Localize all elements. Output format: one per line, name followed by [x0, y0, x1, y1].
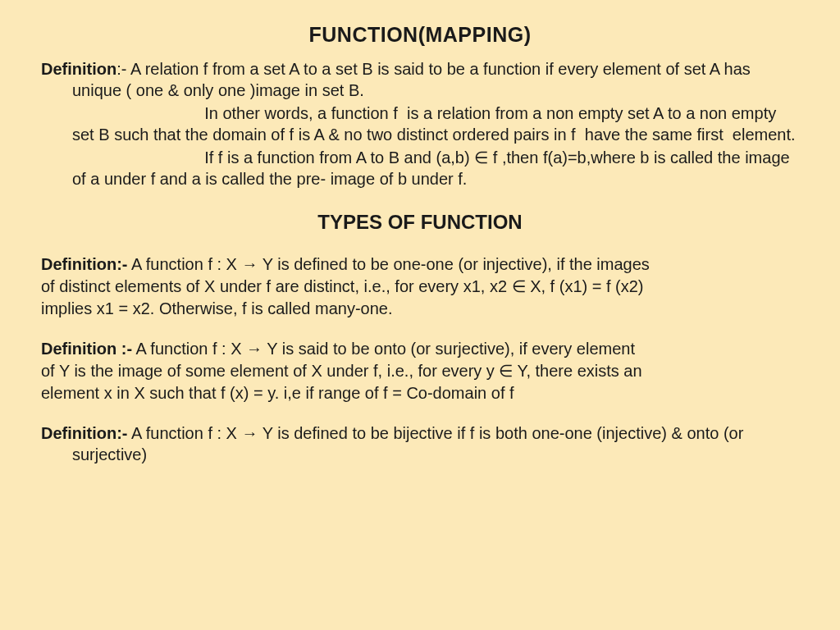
injective-line3: implies x1 = x2. Otherwise, f is called …	[41, 298, 799, 319]
surjective-line1: A function f : X → Y is said to be onto …	[132, 340, 635, 358]
definition-text-3: If f is a function from A to B and (a,b)…	[41, 147, 799, 189]
surjective-line2: of Y is the image of some element of X u…	[41, 360, 799, 381]
subtitle: TYPES OF FUNCTION	[41, 211, 799, 234]
bijective-def: Definition:- A function f : X → Y is def…	[41, 422, 799, 465]
definition-label: Definition	[41, 60, 116, 78]
definition-text-2: In other words, a function f is a relati…	[41, 103, 799, 145]
slide-title: FUNCTION(MAPPING)	[41, 23, 799, 47]
bijective-label: Definition:-	[41, 424, 128, 442]
injective-line1: A function f : X → Y is defined to be on…	[128, 255, 650, 273]
injective-def: Definition:- A function f : X → Y is def…	[41, 253, 799, 275]
injective-line2: of distinct elements of X under f are di…	[41, 276, 799, 297]
surjective-line3: element x in X such that f (x) = y. i,e …	[41, 382, 799, 404]
bijective-line1: A function f : X → Y is defined to be bi…	[72, 424, 743, 463]
definition-main: Definition:- A relation f from a set A t…	[41, 58, 799, 101]
surjective-def: Definition :- A function f : X → Y is sa…	[41, 338, 799, 359]
definition-text-1: :- A relation f from a set A to a set B …	[72, 60, 751, 99]
injective-label: Definition:-	[41, 255, 128, 273]
surjective-label: Definition :-	[41, 340, 132, 358]
